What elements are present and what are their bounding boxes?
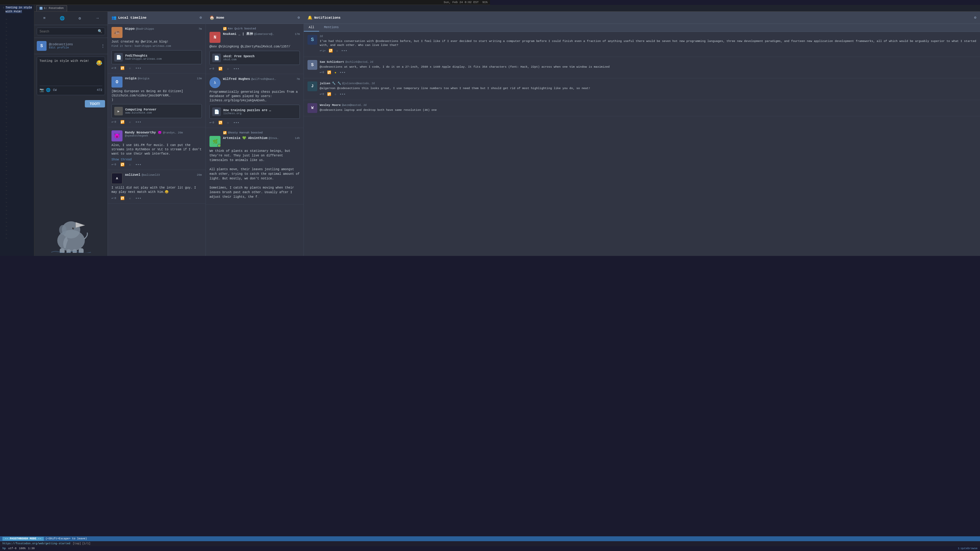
- avatar: N: [210, 32, 221, 43]
- fav-button[interactable]: ☆: [227, 67, 229, 71]
- local-timeline-settings-icon[interactable]: ⚙: [200, 15, 202, 20]
- status-actions: ↩ 0 🔁 ☆ •••: [111, 66, 202, 70]
- avatar: 🌿 💚: [210, 136, 221, 147]
- timestamp: 14h: [295, 137, 300, 140]
- boost-button[interactable]: 🔁: [120, 196, 125, 200]
- fav-button[interactable]: ☆: [129, 196, 131, 200]
- settings-button[interactable]: ⚙: [75, 13, 84, 23]
- reply-button[interactable]: ↩ 0: [111, 196, 116, 200]
- fav-button[interactable]: ☆: [129, 66, 131, 70]
- notifications-header: 🔔 Notifications ⚙: [304, 12, 490, 24]
- privacy-icon[interactable]: 🌐: [46, 88, 51, 92]
- link-card[interactable]: 📄 FediThoughts badrihippo.writeas.com: [111, 50, 202, 64]
- boost-button[interactable]: 🔁: [218, 67, 223, 71]
- notif-actions: ↩ 0 🔁 ★ •••: [320, 70, 490, 75]
- avatar: A: [111, 173, 123, 184]
- boost-button[interactable]: 🔁: [218, 121, 223, 125]
- more-button[interactable]: •••: [135, 197, 142, 200]
- tab-fosstodon[interactable]: M 1: Fosstodon: [36, 5, 67, 11]
- fav-button[interactable]: ★: [334, 70, 337, 75]
- avatar: λ: [210, 77, 221, 88]
- fav-button[interactable]: ☆: [334, 92, 337, 97]
- show-thread-link[interactable]: Show thread: [111, 158, 202, 161]
- cw-button[interactable]: CW: [53, 89, 57, 92]
- boost-icon: 🔁: [120, 120, 125, 124]
- link-card[interactable]: 📄 xkcd: Free Speech xkcd.com: [210, 51, 300, 65]
- globe-button[interactable]: 🌐: [57, 13, 67, 23]
- vim-line-3: [0, 13, 34, 17]
- sub-handle: @speaksthegeek: [125, 134, 202, 137]
- reply-button[interactable]: ↩ 0: [111, 162, 116, 167]
- more-button[interactable]: •••: [135, 120, 142, 124]
- boost-icon: 🔁: [327, 70, 331, 75]
- handle: @badrihippo: [136, 27, 154, 30]
- ellipsis-icon: •••: [135, 163, 142, 167]
- fav-button[interactable]: ☆: [129, 120, 131, 124]
- reply-button[interactable]: ↩ 0: [320, 92, 324, 97]
- vim-line-2: with #vim!: [0, 10, 34, 13]
- boost-button[interactable]: 🔁: [327, 70, 331, 75]
- link-card[interactable]: ▶ Computing Forever www.bitchute.com: [111, 104, 202, 118]
- boost-icon: 🔁: [120, 66, 125, 70]
- reply-button[interactable]: ↩ 0: [111, 66, 116, 70]
- fav-button[interactable]: ☆: [336, 49, 338, 53]
- more-button[interactable]: •••: [233, 121, 240, 125]
- fav-button[interactable]: ☆: [227, 121, 229, 125]
- link-card-icon: 📄: [114, 53, 123, 62]
- reply-button[interactable]: ↩ 0: [210, 67, 214, 71]
- vim-editor: 1 Tooting in style with #vim! ~ ~ ~ ~ ~ …: [0, 5, 34, 256]
- status-wilfred: λ Wilfred Hughes @wilfredh@mast… 7m Prog…: [206, 74, 304, 128]
- reply-button[interactable]: ↩ 0: [320, 70, 324, 75]
- profile-edit-link[interactable]: Edit profile: [49, 46, 98, 49]
- reply-button[interactable]: ↩ 1+: [320, 49, 326, 53]
- camera-icon[interactable]: 📷: [40, 88, 44, 92]
- boost-by-name: Ghosty Hannah boosted: [228, 131, 262, 134]
- handle: @aalizwel23: [142, 173, 159, 176]
- local-timeline-content: 🦛 Hippo @badrihippo 7m Just created my @…: [108, 24, 205, 256]
- reply-icon: ↩: [111, 120, 114, 124]
- notif-display-name: Sam Schlinkert: [320, 60, 344, 64]
- reply-button[interactable]: ↩ 0: [111, 120, 116, 124]
- more-button[interactable]: •••: [233, 67, 240, 71]
- home-settings-icon[interactable]: ⚙: [298, 15, 300, 20]
- boost-indicator: 🔁 Ghosty Hannah boosted: [210, 131, 300, 135]
- search-input-wrap[interactable]: 🔍: [37, 27, 105, 35]
- toot-button[interactable]: TOOT!: [85, 100, 105, 108]
- boost-button[interactable]: 🔁: [120, 66, 125, 70]
- profile-menu-button[interactable]: ⋮: [101, 43, 105, 49]
- link-card-icon: 📄: [212, 108, 221, 116]
- boost-icon: 🔁: [120, 162, 125, 167]
- vim-line-1: 1 Tooting in style: [0, 5, 34, 10]
- notif-content: Sam Schlinkert @schlink@octod… 2d @codes…: [320, 60, 490, 75]
- boost-button[interactable]: 🔁: [327, 92, 331, 97]
- display-name: Nsukami _ | 果神: [223, 32, 253, 36]
- ellipsis-icon: •••: [135, 120, 142, 124]
- status-content: [Being European vs Being an EU Citizen](…: [111, 89, 202, 102]
- reply-button[interactable]: ↩ 0: [210, 121, 214, 125]
- status-actions: ↩ 0 🔁 ☆ •••: [111, 196, 202, 200]
- boost-button[interactable]: 🔁: [120, 120, 125, 124]
- fav-button[interactable]: ☆: [129, 162, 131, 167]
- tab-mentions[interactable]: Mentions: [319, 24, 344, 32]
- compose-button[interactable]: →: [92, 13, 102, 23]
- sidebar-toolbar: ≡ 🌐 ⚙ →: [34, 12, 108, 25]
- hamburger-button[interactable]: ≡: [40, 13, 49, 23]
- link-card-url: lichess.org: [223, 112, 297, 115]
- search-input[interactable]: [40, 30, 98, 33]
- reply-icon: ↩: [111, 66, 114, 70]
- more-button[interactable]: •••: [341, 49, 347, 53]
- more-button[interactable]: •••: [135, 163, 142, 167]
- more-button[interactable]: •••: [340, 70, 346, 75]
- compose-textarea[interactable]: [40, 59, 95, 84]
- more-button[interactable]: •••: [340, 92, 346, 97]
- elephant-area: [34, 109, 108, 256]
- boost-button[interactable]: 🔁: [329, 49, 333, 53]
- boost-button[interactable]: 🔁: [120, 162, 125, 167]
- link-card[interactable]: 📄 How training puzzles are … lichess.org: [210, 105, 300, 119]
- display-name: ovigia: [125, 76, 137, 80]
- battery: 91%: [482, 1, 488, 4]
- more-button[interactable]: •••: [135, 67, 142, 70]
- svg-point-2: [72, 227, 74, 229]
- status-randy: 😈 Randy Noseworthy 😈 @randyn… 26m @speak…: [108, 127, 205, 170]
- tab-all[interactable]: All: [304, 24, 319, 32]
